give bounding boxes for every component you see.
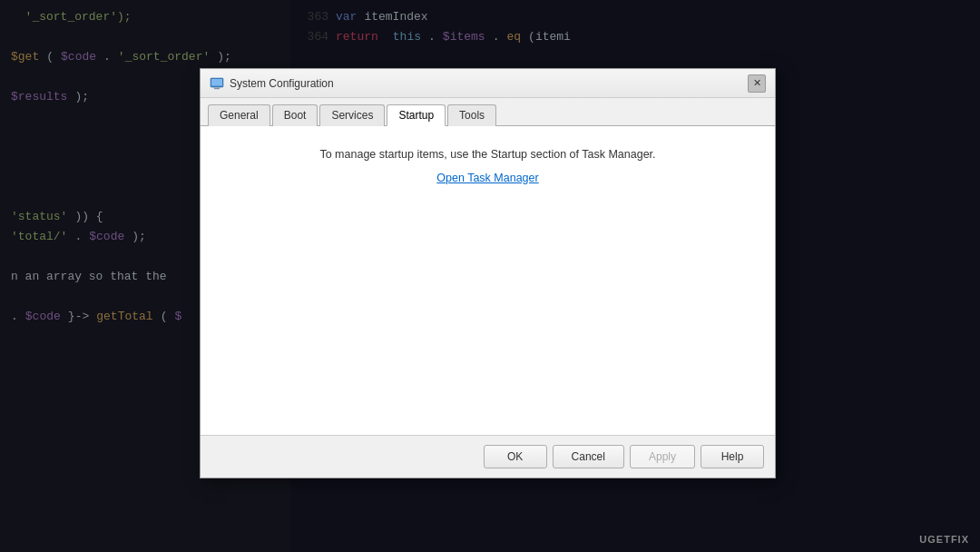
- dialog-buttons: OK Cancel Apply Help: [201, 435, 775, 478]
- svg-rect-2: [214, 88, 220, 89]
- tab-services[interactable]: Services: [319, 104, 385, 126]
- close-button[interactable]: ✕: [748, 74, 766, 93]
- svg-rect-3: [213, 87, 220, 88]
- watermark: UGETFIX: [919, 534, 969, 545]
- help-button[interactable]: Help: [701, 445, 764, 468]
- monitor-icon: [210, 76, 224, 91]
- dialog-content: To manage startup items, use the Startup…: [201, 126, 775, 435]
- tab-startup[interactable]: Startup: [387, 104, 446, 126]
- startup-message: To manage startup items, use the Startup…: [319, 148, 655, 161]
- apply-button[interactable]: Apply: [630, 445, 695, 468]
- system-config-dialog: System Configuration ✕ General Boot Serv…: [200, 68, 776, 478]
- tabs-bar: General Boot Services Startup Tools: [201, 98, 775, 126]
- tab-boot[interactable]: Boot: [272, 104, 318, 126]
- dialog-title-left: System Configuration: [210, 76, 334, 91]
- cancel-button[interactable]: Cancel: [553, 445, 624, 468]
- open-task-manager-link[interactable]: Open Task Manager: [436, 172, 538, 184]
- tab-tools[interactable]: Tools: [447, 104, 496, 126]
- dialog-title-text: System Configuration: [230, 77, 334, 90]
- dialog-titlebar: System Configuration ✕: [201, 69, 775, 98]
- svg-rect-1: [211, 79, 222, 86]
- ok-button[interactable]: OK: [484, 445, 547, 468]
- tab-general[interactable]: General: [208, 104, 270, 126]
